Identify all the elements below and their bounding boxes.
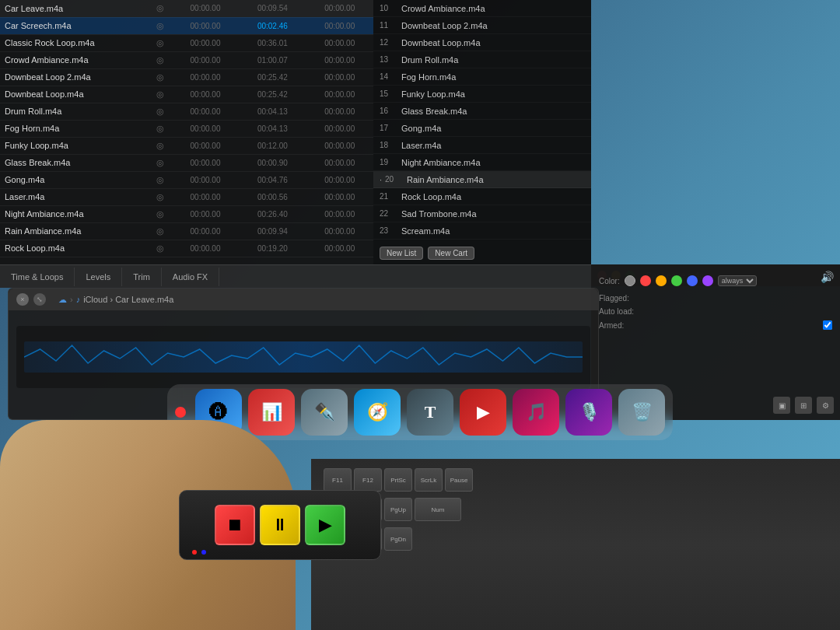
item-number: 22 bbox=[380, 209, 401, 218]
cue-time2: 00:04.13 bbox=[239, 103, 306, 120]
tab-trim[interactable]: Trim bbox=[122, 268, 162, 286]
dock-item-charts[interactable]: 📊 bbox=[248, 389, 295, 436]
file-browser-titlebar: × ⤡ ☁ › ♪ iCloud › Car Leave.m4a bbox=[9, 289, 598, 310]
new-cart-button[interactable]: New Cart bbox=[428, 247, 474, 260]
numbered-list-item[interactable]: 15 Funky Loop.m4a bbox=[373, 86, 591, 103]
numbered-list-item[interactable]: 19 Night Ambiance.m4a bbox=[373, 154, 591, 171]
breadcrumb-filename: iCloud › Car Leave.m4a bbox=[83, 295, 173, 304]
cue-time2: 00:19.20 bbox=[239, 240, 306, 257]
cue-time2: 00:02.46 bbox=[239, 17, 306, 34]
cue-name: Car Screech.m4a bbox=[0, 17, 149, 34]
armed-checkbox[interactable] bbox=[823, 320, 832, 330]
new-list-button[interactable]: New List bbox=[380, 247, 423, 260]
cue-time3: 00:00.00 bbox=[306, 120, 373, 137]
color-gray[interactable] bbox=[625, 275, 635, 286]
cue-row[interactable]: Night Ambiance.m4a ◎ 00:00.00 00:26.40 0… bbox=[0, 205, 373, 222]
flagged-label: Flagged: bbox=[599, 294, 629, 303]
dock-item-trash[interactable]: 🗑️ bbox=[618, 389, 665, 436]
file-expand-button[interactable]: ⤡ bbox=[33, 293, 46, 306]
cue-row[interactable]: Classic Rock Loop.m4a ◎ 00:00.00 00:36.0… bbox=[0, 34, 373, 51]
tab-levels[interactable]: Levels bbox=[75, 268, 122, 286]
cue-time3: 00:00.00 bbox=[306, 17, 373, 34]
tab-time-loops[interactable]: Time & Loops bbox=[0, 268, 75, 286]
right-cue-list: 10 Crowd Ambiance.m4a 11 Downbeat Loop 2… bbox=[373, 0, 591, 241]
cue-name: Classic Rock Loop.m4a bbox=[0, 34, 149, 51]
breadcrumb-file-icon: ♪ bbox=[76, 295, 81, 304]
cue-row[interactable]: Downbeat Loop 2.m4a ◎ 00:00.00 00:25.42 … bbox=[0, 68, 373, 86]
color-blue[interactable] bbox=[687, 275, 698, 286]
cue-row[interactable]: Car Leave.m4a ◎ 00:00.00 00:09.54 00:00.… bbox=[0, 0, 373, 17]
breadcrumb-separator: › bbox=[70, 295, 73, 304]
cue-time3: 00:00.00 bbox=[306, 222, 373, 240]
item-number: 12 bbox=[380, 38, 401, 47]
numbered-list-item[interactable]: 12 Downbeat Loop.m4a bbox=[373, 34, 591, 51]
numbered-list-item[interactable]: 22 Sad Trombone.m4a bbox=[373, 205, 591, 222]
numbered-list-item[interactable]: 17 Gong.m4a bbox=[373, 120, 591, 137]
numbered-list-item[interactable]: 10 Crowd Ambiance.m4a bbox=[373, 0, 591, 17]
cue-name: Downbeat Loop.m4a bbox=[0, 86, 149, 103]
cue-time1: 00:00.00 bbox=[172, 205, 239, 222]
play-button[interactable]: ▶ bbox=[305, 505, 345, 545]
numbered-list-item[interactable]: 11 Downbeat Loop 2.m4a bbox=[373, 17, 591, 34]
key-pgup[interactable]: PgUp bbox=[384, 498, 412, 521]
cue-time1: 00:00.00 bbox=[172, 86, 239, 103]
dock-item-podcast[interactable]: 🎙️ bbox=[565, 389, 612, 436]
key-f11[interactable]: F11 bbox=[324, 468, 352, 492]
numbered-list-item[interactable]: 16 Glass Break.m4a bbox=[373, 103, 591, 120]
numbered-list-item[interactable]: 21 Rock Loop.m4a bbox=[373, 188, 591, 205]
color-always-select[interactable]: always bbox=[718, 275, 757, 286]
cue-time3: 00:00.00 bbox=[306, 51, 373, 68]
item-number: 20 bbox=[385, 175, 407, 184]
key-pgdn[interactable]: PgDn bbox=[384, 527, 412, 551]
dock-item-safari[interactable]: 🧭 bbox=[354, 389, 401, 436]
stop-button[interactable]: ⏹ bbox=[215, 505, 255, 545]
cue-time2: 00:00.90 bbox=[239, 154, 306, 171]
item-filename: Rain Ambiance.m4a bbox=[407, 175, 483, 184]
dock-item-pen[interactable]: ✒️ bbox=[301, 389, 348, 436]
cue-row[interactable]: Rain Ambiance.m4a ◎ 00:00.00 00:09.94 00… bbox=[0, 222, 373, 240]
key-num[interactable]: Num bbox=[415, 498, 461, 521]
cue-icon: ◎ bbox=[149, 86, 172, 103]
stop-icon: ⏹ bbox=[226, 515, 243, 535]
cue-row[interactable]: Fog Horn.m4a ◎ 00:00.00 00:04.13 00:00.0… bbox=[0, 120, 373, 137]
numbered-list-item[interactable]: 13 Drum Roll.m4a bbox=[373, 51, 591, 68]
key-prtsc[interactable]: PrtSc bbox=[384, 468, 412, 492]
cue-row[interactable]: Glass Break.m4a ◎ 00:00.00 00:00.90 00:0… bbox=[0, 154, 373, 171]
pause-icon: ⏸ bbox=[271, 515, 289, 535]
numbered-list-item[interactable]: 14 Fog Horn.m4a bbox=[373, 68, 591, 86]
key-pause[interactable]: Pause bbox=[445, 468, 473, 492]
nav-key-row-2: Del End PgDn bbox=[317, 524, 834, 554]
cue-row[interactable]: Downbeat Loop.m4a ◎ 00:00.00 00:25.42 00… bbox=[0, 86, 373, 103]
item-filename: Rock Loop.m4a bbox=[401, 192, 461, 201]
numbered-list-item[interactable]: 18 Laser.m4a bbox=[373, 137, 591, 154]
cue-row[interactable]: Gong.m4a ◎ 00:00.00 00:04.76 00:00.00 bbox=[0, 171, 373, 188]
play-icon: ▶ bbox=[319, 515, 332, 535]
color-red[interactable] bbox=[640, 275, 651, 286]
numbered-list-item[interactable]: · 20 Rain Ambiance.m4a bbox=[373, 171, 591, 188]
tab-audio-fx[interactable]: Audio FX bbox=[162, 268, 219, 286]
key-scrlk[interactable]: ScrLk bbox=[415, 468, 443, 492]
dock-item-typora[interactable]: T bbox=[407, 389, 453, 436]
file-close-button[interactable]: × bbox=[16, 293, 29, 306]
item-number: 14 bbox=[380, 72, 401, 81]
color-purple[interactable] bbox=[702, 275, 713, 286]
cue-time1: 00:00.00 bbox=[172, 68, 239, 86]
color-orange[interactable] bbox=[656, 275, 667, 286]
cue-row[interactable]: Funky Loop.m4a ◎ 00:00.00 00:12.00 00:00… bbox=[0, 137, 373, 154]
cue-icon: ◎ bbox=[149, 240, 172, 257]
dock-item-music[interactable]: 🎵 bbox=[513, 389, 559, 436]
dock-item-video[interactable]: ▶ bbox=[460, 389, 506, 436]
key-f12[interactable]: F12 bbox=[354, 468, 382, 492]
cue-row[interactable]: Drum Roll.m4a ◎ 00:00.00 00:04.13 00:00.… bbox=[0, 103, 373, 120]
cue-row[interactable]: Crowd Ambiance.m4a ◎ 00:00.00 01:00.07 0… bbox=[0, 51, 373, 68]
cue-time1: 00:00.00 bbox=[172, 154, 239, 171]
controller-device: ⏹ ⏸ ▶ bbox=[179, 490, 381, 560]
music-icon: 🎵 bbox=[526, 402, 547, 422]
cue-row[interactable]: Car Screech.m4a ◎ 00:00.00 00:02.46 00:0… bbox=[0, 17, 373, 34]
cue-row[interactable]: Laser.m4a ◎ 00:00.00 00:00.56 00:00.00 bbox=[0, 188, 373, 205]
cue-row[interactable]: Rock Loop.m4a ◎ 00:00.00 00:19.20 00:00.… bbox=[0, 240, 373, 257]
numbered-list-item[interactable]: 23 Scream.m4a bbox=[373, 222, 591, 240]
color-green[interactable] bbox=[671, 275, 682, 286]
item-filename: Downbeat Loop 2.m4a bbox=[401, 21, 488, 30]
pause-button[interactable]: ⏸ bbox=[260, 505, 300, 545]
